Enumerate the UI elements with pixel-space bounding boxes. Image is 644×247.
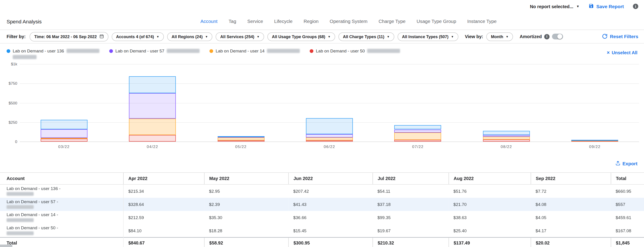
redacted-text — [167, 49, 200, 53]
info-icon[interactable]: i — [633, 4, 638, 9]
refresh-icon — [602, 33, 608, 39]
gridline — [20, 64, 639, 64]
total-value-cell: $20.02 — [530, 238, 610, 247]
bar-segment[interactable] — [483, 131, 530, 135]
table-row[interactable]: Lab on Demand - user 136 -$215.34$2.95$2… — [0, 184, 644, 198]
spend-table: AccountApr 2022May 2022Jun 2022Jul 2022A… — [0, 172, 644, 247]
bar-segment[interactable] — [40, 138, 87, 139]
value-cell: $25.40 — [448, 224, 530, 238]
table-row[interactable]: Lab on Demand - user 50 -$84.10$18.28$15… — [0, 224, 644, 238]
legend-dot — [310, 49, 313, 53]
bar-segment[interactable] — [218, 140, 264, 141]
amortized-toggle[interactable] — [552, 34, 563, 39]
redacted-text — [66, 49, 100, 53]
chevron-down-icon: ▼ — [205, 35, 208, 38]
bar-segment[interactable] — [306, 140, 353, 141]
bar-segment[interactable] — [306, 138, 353, 141]
filter-by-label: Filter by: — [6, 34, 26, 39]
chevron-down-icon: ▼ — [451, 35, 454, 38]
bar-segment[interactable] — [306, 134, 353, 138]
view-by-label: View by: — [465, 34, 483, 39]
unselect-all-label: Unselect All — [612, 50, 638, 55]
export-button[interactable]: Export — [615, 161, 638, 167]
filter-instance-types[interactable]: All Instance Types (507)▼ — [398, 32, 458, 41]
bar-segment[interactable] — [218, 136, 264, 137]
bar-segment[interactable] — [394, 129, 441, 132]
value-cell: $557 — [611, 198, 644, 211]
legend-item[interactable]: Lab on Demand - user 14 — [210, 48, 300, 53]
tab-tag[interactable]: Tag — [228, 19, 236, 24]
bar-segment[interactable] — [394, 132, 441, 140]
legend-dot — [210, 49, 213, 53]
y-axis-label: $250 — [1, 120, 17, 124]
y-axis-label: 0 — [1, 139, 17, 144]
filter-bar: Filter by: Time: 06 Mar 2022 - 06 Sep 20… — [0, 29, 644, 43]
tab-instance-type[interactable]: Instance Type — [467, 19, 496, 24]
chart-legend: Lab on Demand - user 136Lab on Demand - … — [6, 48, 400, 59]
redacted-text — [267, 49, 300, 53]
unselect-all-button[interactable]: × Unselect All — [607, 50, 638, 55]
bar-segment[interactable] — [306, 118, 353, 134]
total-label: Total — [0, 238, 123, 247]
chevron-down-icon: ▼ — [328, 35, 331, 38]
gridline — [20, 103, 639, 103]
tab-service[interactable]: Service — [247, 19, 263, 24]
filter-regions[interactable]: All Regions (24)▼ — [167, 32, 212, 41]
table-row[interactable]: Lab on Demand - user 14 -$212.59$35.30$3… — [0, 211, 644, 224]
legend-item[interactable]: Lab on Demand - user 136 — [6, 48, 99, 59]
filter-services[interactable]: All Services (254)▼ — [216, 32, 264, 41]
value-cell: $328.64 — [123, 198, 204, 211]
bar-segment[interactable] — [129, 135, 176, 142]
legend-item[interactable]: Lab on Demand - user 50 — [310, 48, 400, 53]
account-cell: Lab on Demand - user 14 - — [0, 211, 123, 224]
bar-segment[interactable] — [40, 139, 87, 142]
value-cell: $4.05 — [530, 211, 610, 224]
redacted-text — [6, 192, 34, 196]
bar-segment[interactable] — [483, 135, 530, 136]
tab-operating-system[interactable]: Operating System — [330, 19, 368, 24]
legend-item[interactable]: Lab on Demand - user 57 — [109, 48, 200, 53]
view-by-select[interactable]: Month ▼ — [486, 32, 513, 41]
time-filter-label: Time: 06 Mar 2022 - 06 Sep 2022 — [34, 34, 97, 39]
bar-segment[interactable] — [218, 137, 264, 140]
tab-region[interactable]: Region — [304, 19, 318, 24]
save-report-label: Save Report — [596, 4, 624, 9]
bar-segment[interactable] — [483, 137, 530, 140]
x-axis-label: 06/22 — [324, 144, 335, 149]
info-icon[interactable]: i — [544, 34, 550, 39]
tab-charge-type[interactable]: Charge Type — [378, 19, 406, 24]
bar-segment[interactable] — [572, 140, 618, 141]
bar-segment[interactable] — [129, 93, 176, 119]
top-bar: No report selected... ▼ Save Report i — [530, 3, 638, 9]
filter-time-range[interactable]: Time: 06 Mar 2022 - 06 Sep 2022 — [30, 32, 108, 41]
legend-dot — [6, 49, 10, 53]
bar-segment[interactable] — [129, 119, 176, 135]
bar-segment[interactable] — [394, 125, 441, 129]
reset-filters-label: Reset Filters — [610, 34, 638, 39]
save-report-button[interactable]: Save Report — [588, 3, 624, 9]
x-axis-label: 08/22 — [500, 144, 512, 149]
report-selector[interactable]: No report selected... ▼ — [530, 4, 580, 9]
reset-filters-button[interactable]: Reset Filters — [602, 33, 638, 39]
value-cell: $54.11 — [372, 184, 448, 198]
tab-account[interactable]: Account — [200, 19, 218, 24]
value-cell: $21.70 — [448, 198, 530, 211]
x-axis-label: 07/22 — [412, 144, 424, 149]
bar-segment[interactable] — [40, 129, 87, 138]
bar-segment[interactable] — [394, 140, 441, 142]
tab-usage-type-group[interactable]: Usage Type Group — [416, 19, 456, 24]
column-header: Apr 2022 — [123, 173, 204, 184]
bar-segment[interactable] — [483, 140, 530, 142]
horizontal-scrollbar[interactable] — [0, 245, 12, 247]
value-cell: $99.35 — [372, 211, 448, 224]
value-cell: $212.59 — [123, 211, 204, 224]
table-row[interactable]: Lab on Demand - user 57 -$328.64$2.39$41… — [0, 198, 644, 211]
filter-charge-types[interactable]: All Charge Types (11)▼ — [338, 32, 394, 41]
value-cell: $4.17 — [530, 224, 610, 238]
tab-lifecycle[interactable]: Lifecycle — [274, 19, 292, 24]
bar-segment[interactable] — [40, 120, 87, 129]
filter-usage-type-groups[interactable]: All Usage Type Groups (68)▼ — [268, 32, 335, 41]
export-label: Export — [622, 161, 638, 166]
bar-segment[interactable] — [129, 76, 176, 93]
filter-accounts[interactable]: Accounts 4 (of 674)▼ — [112, 32, 164, 41]
